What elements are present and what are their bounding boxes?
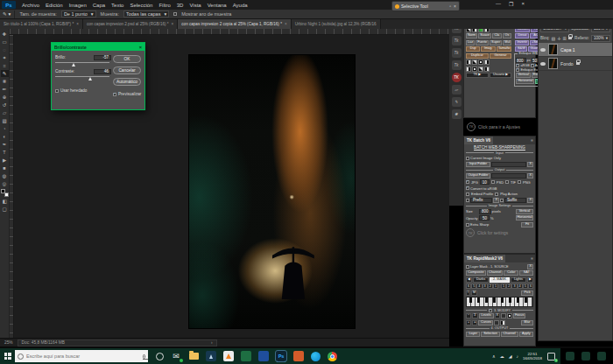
blend-soft-button[interactable]: Suave xyxy=(478,33,491,38)
menu-ayuda[interactable]: Ayuda xyxy=(233,3,248,8)
photoshop-taskbar-icon-active[interactable]: Ps xyxy=(276,351,286,361)
generar-button[interactable]: Generar xyxy=(490,53,512,59)
close-icon[interactable]: × xyxy=(521,1,525,7)
tray-expand-icon[interactable]: ∧ xyxy=(492,354,496,359)
blend-luz-button[interactable]: Luz xyxy=(466,40,475,46)
invertir-button[interactable]: Invertir xyxy=(515,40,529,46)
channel-button[interactable]: Channel xyxy=(487,270,504,276)
panel-menu-icon[interactable]: ≡ xyxy=(531,256,535,261)
clear-output-button[interactable]: X xyxy=(527,173,533,178)
mask-contrast-button[interactable] xyxy=(500,320,505,326)
tif-checkbox[interactable] xyxy=(505,180,509,184)
brush-tool[interactable]: ✏ xyxy=(1,86,9,93)
type-tool[interactable]: T xyxy=(1,149,9,156)
mask-thumb-button[interactable] xyxy=(484,60,490,65)
clock[interactable]: 22:51 16/05/2018 xyxy=(523,352,542,361)
excel-icon[interactable] xyxy=(241,351,251,361)
mask-keyboard[interactable] xyxy=(466,297,533,307)
tk-button[interactable]: TK ▶ xyxy=(466,73,489,78)
zoom-level[interactable]: 25% xyxy=(4,340,13,345)
sigma-button[interactable]: Σ xyxy=(472,313,477,318)
lights-arrow-button[interactable]: ▶ xyxy=(527,277,533,283)
legacy-checkbox[interactable] xyxy=(55,89,59,93)
restore-icon[interactable]: ❐ xyxy=(509,1,513,7)
extra-sharp-checkbox[interactable] xyxy=(466,223,469,227)
levels-button[interactable]: Levels xyxy=(479,313,494,318)
doc-tab-4[interactable]: Urbino Night 1 (subida).jpg al 12,3% (RG… xyxy=(292,19,381,29)
onedrive-icon[interactable]: ☁ xyxy=(500,354,504,359)
size-field[interactable]: 800 xyxy=(479,209,491,214)
word-icon[interactable] xyxy=(258,351,269,361)
slider-thumb[interactable] xyxy=(88,77,92,80)
mask-thumb-button[interactable] xyxy=(472,66,477,72)
vertical-button[interactable]: Vertical xyxy=(516,209,533,214)
selective-tool-window[interactable]: Selective Tool ▫× xyxy=(391,1,460,11)
clear-suffix-button[interactable]: X xyxy=(527,198,533,203)
suffix-field[interactable]: Suffix xyxy=(504,198,526,203)
output-layer-button[interactable]: Layer xyxy=(466,332,480,337)
darks-button[interactable]: Darks xyxy=(473,277,489,283)
focus-button[interactable]: Focus xyxy=(513,313,525,318)
blur-tool[interactable]: ◔ xyxy=(1,125,9,132)
menu-capa[interactable]: Capa xyxy=(93,3,105,8)
vlc-icon[interactable] xyxy=(223,351,234,361)
folder-panel-icon[interactable]: ▱ xyxy=(452,85,462,94)
menu-3d[interactable]: 3D xyxy=(177,3,184,8)
network-icon[interactable]: ◢ xyxy=(509,354,512,359)
mask-thumb-button[interactable] xyxy=(478,60,483,65)
taskview-icon[interactable] xyxy=(156,353,164,360)
tk-panel-icon[interactable]: Tk xyxy=(452,36,462,46)
quick-mask-button[interactable]: ◧ xyxy=(1,198,9,205)
ajustes-hint[interactable]: TK Click para ir a Ajustes xyxy=(463,119,536,134)
levels-x-button[interactable]: X xyxy=(495,313,501,318)
visibility-eye-icon[interactable] xyxy=(540,62,546,66)
modify-checkbox[interactable]: ✓ xyxy=(489,309,492,312)
close-icon[interactable]: × xyxy=(76,22,79,26)
opacity-field[interactable]: 50 xyxy=(479,215,490,220)
darks-1-key[interactable]: 1 xyxy=(493,284,498,289)
blend-fuerte-button[interactable]: Fuerte xyxy=(476,40,489,46)
pen-panel-icon[interactable]: ✎ xyxy=(452,97,462,107)
prefix-field[interactable]: Prefix xyxy=(470,198,492,203)
darks-arrow-button[interactable]: ◀ xyxy=(466,277,472,283)
screen-mode-button[interactable]: ▢ xyxy=(1,206,9,213)
output-folder-field[interactable] xyxy=(491,173,526,178)
file-explorer-icon[interactable] xyxy=(188,351,199,361)
crop-tool[interactable]: ⌗ xyxy=(1,62,9,69)
clone-stamp-tool[interactable]: ⊕ xyxy=(1,94,9,101)
current-image-checkbox[interactable] xyxy=(466,157,469,160)
mail-icon[interactable]: ✉ xyxy=(171,351,181,361)
layer-name[interactable]: Capa 1 xyxy=(560,47,575,52)
web-size-field[interactable]: 800 xyxy=(516,58,525,63)
doc-tab-3-active[interactable]: con capas impresion 2 copia al 25% (Capa… xyxy=(178,19,291,29)
output-selection-button[interactable]: Selection xyxy=(481,332,499,337)
menu-archivo[interactable]: Archivo xyxy=(22,3,39,8)
m-key-button[interactable]: M xyxy=(471,290,477,296)
color-button[interactable]: Color xyxy=(504,270,518,276)
jpg-checkbox[interactable]: ✓ xyxy=(466,180,469,184)
tk-panel-icon[interactable]: Tk xyxy=(452,60,462,70)
prefix-checkbox[interactable] xyxy=(466,199,469,202)
mask-option-button[interactable] xyxy=(494,320,499,326)
blend-os-button[interactable]: Os xyxy=(503,33,512,38)
layer-name[interactable]: Fondo xyxy=(560,61,574,66)
menu-filtro[interactable]: Filtro xyxy=(159,3,170,8)
tk-red-panel-icon[interactable]: TK xyxy=(452,73,462,82)
color-swatches[interactable] xyxy=(1,189,9,197)
close-icon[interactable]: × xyxy=(454,4,456,9)
curves-button[interactable]: Curves xyxy=(478,320,493,326)
gear-icon[interactable]: ✱ xyxy=(452,109,462,119)
layer-thumbnail[interactable] xyxy=(548,44,558,55)
layer-row-fondo[interactable]: Fondo xyxy=(539,57,612,71)
convert-argb-checkbox[interactable]: ✓ xyxy=(466,186,469,190)
accion-checkbox[interactable]: ✓ xyxy=(531,64,534,67)
menu-texto[interactable]: Texto xyxy=(111,3,123,8)
slider-thumb[interactable] xyxy=(72,63,75,66)
sample-select[interactable]: Todas las capas▾ xyxy=(123,10,169,18)
menu-edicion[interactable]: Edición xyxy=(46,3,63,8)
contrast-value-field[interactable]: 46 xyxy=(94,69,111,74)
menu-ventana[interactable]: Ventana xyxy=(208,3,227,8)
fill-select[interactable]: 100%▾ xyxy=(591,35,610,42)
output-folder-button[interactable]: Output Folder xyxy=(466,173,490,178)
restore-icon[interactable]: ▫ xyxy=(449,4,451,9)
